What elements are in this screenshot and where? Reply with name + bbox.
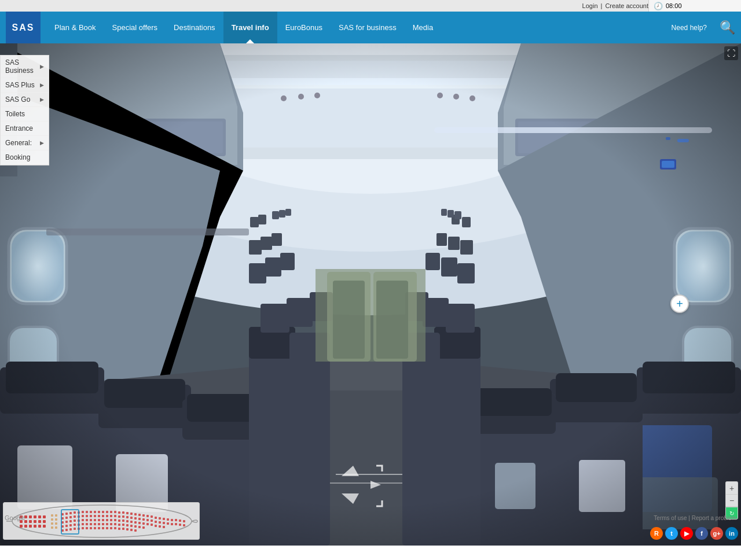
svg-rect-194 — [110, 511, 112, 513]
sidebar-item-sas-go[interactable]: SAS Go ▶ — [1, 93, 49, 107]
svg-rect-243 — [155, 517, 157, 519]
logo-area[interactable]: SAS — [6, 12, 41, 43]
svg-rect-177 — [94, 523, 96, 525]
nav-special-offers[interactable]: Special offers — [104, 12, 166, 43]
svg-rect-233 — [142, 514, 145, 517]
svg-rect-182 — [98, 523, 100, 525]
svg-rect-162 — [82, 523, 84, 525]
seat-map[interactable] — [3, 502, 200, 540]
svg-rect-116 — [29, 525, 32, 528]
svg-rect-207 — [118, 524, 120, 526]
svg-rect-119 — [34, 525, 36, 528]
svg-rect-178 — [94, 527, 96, 529]
svg-rect-123 — [43, 515, 46, 518]
nav-sas-for-business[interactable]: SAS for business — [331, 12, 405, 43]
svg-rect-219 — [130, 513, 133, 515]
svg-rect-175 — [94, 515, 96, 517]
svg-rect-114 — [29, 515, 32, 518]
login-link[interactable]: Login — [582, 2, 598, 9]
svg-rect-220 — [130, 517, 133, 519]
search-icon[interactable]: 🔍 — [720, 20, 735, 35]
sidebar-item-toilets[interactable]: Toilets — [1, 107, 49, 121]
svg-rect-211 — [122, 520, 124, 522]
svg-rect-113 — [24, 525, 27, 528]
svg-rect-226 — [134, 521, 137, 524]
nav-right: Need help? 🔍 — [672, 20, 735, 35]
svg-rect-223 — [130, 529, 133, 531]
svg-rect-196 — [110, 519, 112, 521]
svg-rect-228 — [134, 529, 137, 532]
sidebar-item-sas-plus[interactable]: SAS Plus ▶ — [1, 78, 49, 93]
svg-rect-238 — [146, 519, 149, 521]
sidebar-arrow-sas-business: ▶ — [40, 64, 44, 69]
twitter-icon[interactable]: t — [665, 527, 678, 540]
svg-rect-208 — [118, 528, 120, 530]
linkedin-icon[interactable]: in — [725, 527, 738, 540]
svg-rect-193 — [106, 527, 108, 529]
svg-rect-187 — [102, 523, 104, 525]
sidebar-item-booking[interactable]: Booking — [1, 150, 49, 165]
zoom-minus-button[interactable]: − — [725, 494, 738, 507]
nav-media[interactable]: Media — [405, 12, 441, 43]
svg-rect-142 — [65, 525, 68, 527]
svg-rect-191 — [106, 519, 108, 521]
nav-travel-info[interactable]: Travel info — [223, 12, 277, 43]
fullscreen-button[interactable]: ⛶ — [724, 46, 738, 60]
svg-rect-144 — [69, 512, 72, 514]
svg-rect-234 — [142, 518, 145, 521]
sidebar-item-sas-business[interactable]: SAS Business ▶ — [1, 56, 49, 78]
svg-rect-205 — [118, 515, 120, 518]
svg-rect-253 — [167, 522, 169, 525]
svg-rect-222 — [130, 525, 133, 527]
zoom-plus-button[interactable]: + — [725, 481, 738, 494]
svg-rect-115 — [29, 520, 32, 523]
svg-rect-206 — [118, 520, 120, 522]
clock-time: 08:00 — [666, 2, 682, 9]
svg-rect-249 — [163, 518, 165, 520]
svg-rect-183 — [98, 527, 100, 529]
svg-rect-261 — [183, 524, 185, 526]
sidebar-arrow-sas-go: ▶ — [40, 97, 44, 102]
svg-rect-106 — [662, 161, 674, 168]
panorama-view[interactable]: + ⛶ — [0, 43, 741, 546]
sidebar-menu: SAS Business ▶ SAS Plus ▶ SAS Go ▶ Toile… — [0, 55, 49, 165]
nav-eurobonus[interactable]: EuroBonus — [277, 12, 331, 43]
svg-rect-179 — [98, 511, 100, 513]
svg-rect-130 — [55, 514, 57, 517]
sidebar-item-entrance[interactable]: Entrance — [1, 121, 49, 136]
clock-icon: 🕗 — [654, 2, 663, 10]
svg-rect-230 — [138, 518, 141, 520]
svg-rect-246 — [159, 517, 161, 520]
svg-rect-209 — [122, 511, 124, 514]
svg-rect-216 — [126, 520, 129, 522]
terms-link[interactable]: Terms of use | Report a problem — [654, 515, 736, 521]
youtube-icon[interactable]: ▶ — [680, 527, 693, 540]
svg-rect-229 — [138, 514, 141, 516]
googleplus-icon[interactable]: g+ — [710, 527, 723, 540]
svg-rect-169 — [90, 511, 92, 513]
svg-rect-199 — [114, 511, 116, 513]
rss-icon[interactable]: R — [650, 527, 663, 540]
svg-rect-232 — [138, 526, 141, 528]
nav-destinations[interactable]: Destinations — [166, 12, 223, 43]
sidebar-item-general[interactable]: General: ▶ — [1, 136, 49, 150]
svg-rect-225 — [134, 517, 137, 520]
svg-rect-181 — [98, 519, 100, 521]
nav-plan-book[interactable]: Plan & Book — [46, 12, 104, 43]
zoom-in-button[interactable]: + — [670, 294, 689, 313]
facebook-icon[interactable]: f — [695, 527, 708, 540]
create-account-link[interactable]: Create account — [605, 2, 648, 9]
svg-rect-129 — [51, 526, 53, 529]
svg-rect-140 — [65, 517, 68, 519]
svg-rect-164 — [86, 511, 88, 513]
svg-rect-148 — [69, 528, 72, 530]
svg-rect-161 — [82, 519, 84, 521]
fullscreen-icon: ⛶ — [727, 49, 735, 58]
svg-rect-215 — [126, 516, 129, 518]
svg-rect-237 — [146, 515, 149, 517]
need-help-label[interactable]: Need help? — [672, 24, 707, 32]
zoom-controls: + − ↻ — [725, 481, 738, 520]
google-watermark: Google — [5, 514, 25, 521]
svg-rect-174 — [94, 511, 96, 513]
svg-rect-240 — [151, 515, 153, 518]
